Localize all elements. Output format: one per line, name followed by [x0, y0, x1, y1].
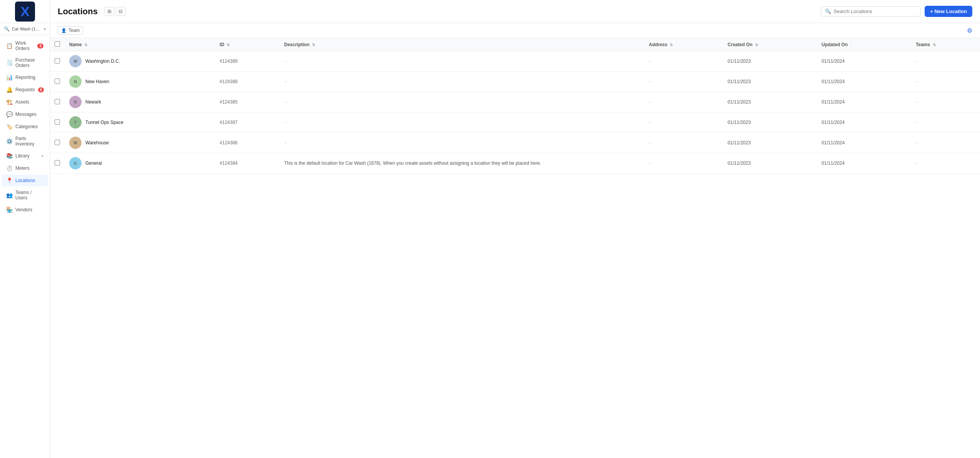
row-address-cell: –: [644, 72, 723, 92]
badge-work-orders: 3: [37, 43, 43, 48]
row-id-cell: #124384: [215, 153, 280, 174]
col-updated-on[interactable]: Updated On ↓: [817, 38, 911, 51]
row-id-cell: #124388: [215, 72, 280, 92]
location-name[interactable]: Tunnel Ops Space: [85, 120, 123, 125]
col-address[interactable]: Address ⇅: [644, 38, 723, 51]
sidebar-item-categories[interactable]: 🏷️ Categories: [2, 121, 48, 132]
row-created-on-cell: 01/11/2023: [723, 153, 817, 174]
sidebar-item-work-orders[interactable]: 📋 Work Orders 3: [2, 38, 48, 54]
table-row: W Washington D.C. #124389 – – 01/11/2023…: [50, 51, 980, 72]
location-name[interactable]: General: [85, 160, 102, 166]
col-id[interactable]: ID ⇅: [215, 38, 280, 51]
row-id-cell: #124385: [215, 92, 280, 112]
sidebar-item-library[interactable]: 📚 Library ▾: [2, 150, 48, 162]
row-name-cell: W Warehouse: [65, 133, 215, 153]
row-address-cell: –: [644, 92, 723, 112]
sidebar-item-label: Purchase Orders: [15, 57, 43, 68]
nav-icon-reporting: 📊: [6, 74, 12, 80]
nav-icon-purchase-orders: 🗒️: [6, 60, 12, 66]
row-address-cell: –: [644, 112, 723, 133]
row-description-cell: –: [280, 51, 644, 72]
team-filter-label: Team: [68, 28, 80, 33]
row-checkbox-cell: [50, 51, 65, 72]
nav-icon-locations: 📍: [6, 177, 12, 184]
nav-icon-requests: 🔔: [6, 87, 12, 93]
svg-text:X: X: [20, 4, 29, 19]
row-select-checkbox[interactable]: [55, 160, 60, 165]
row-select-checkbox[interactable]: [55, 58, 60, 64]
location-name[interactable]: Newark: [85, 99, 101, 105]
row-select-checkbox[interactable]: [55, 140, 60, 145]
sidebar-item-label: Meters: [15, 165, 43, 171]
location-name[interactable]: New Haven: [85, 79, 109, 84]
org-selector[interactable]: 🔍 Car Wash (1878) ▾: [0, 23, 50, 35]
sidebar-item-vendors[interactable]: 🏪 Vendors: [2, 204, 48, 216]
row-description-cell: –: [280, 92, 644, 112]
sort-icon-address: ⇅: [670, 43, 673, 47]
nav-icon-teams-users: 👥: [6, 192, 12, 198]
locations-table: Name ⇅ ID ⇅ Description ⇅ Address ⇅ Crea…: [50, 38, 980, 174]
team-filter-tag[interactable]: 👤 Team: [58, 26, 83, 35]
row-checkbox-cell: [50, 92, 65, 112]
table-row: W Warehouse #124386 – – 01/11/2023 01/11…: [50, 133, 980, 153]
new-location-button[interactable]: + New Location: [925, 6, 972, 17]
col-created-on[interactable]: Created On ⇅: [723, 38, 817, 51]
app-logo: X: [0, 0, 50, 23]
sidebar-item-meters[interactable]: ⏱️ Meters: [2, 162, 48, 174]
sidebar-item-label: Messages: [15, 112, 43, 117]
table-row: N New Haven #124388 – – 01/11/2023 01/11…: [50, 72, 980, 92]
chevron-down-icon: ▾: [44, 27, 46, 31]
location-name[interactable]: Washington D.C.: [85, 59, 120, 64]
row-name-cell: T Tunnel Ops Space: [65, 112, 215, 133]
search-icon: 🔍: [4, 26, 10, 32]
view-toggle: ⊞ ⊟: [105, 7, 125, 16]
list-view-button[interactable]: ⊞: [105, 7, 114, 16]
row-updated-on-cell: 01/11/2024: [817, 153, 911, 174]
row-description: –: [284, 140, 287, 145]
row-name-cell: N New Haven: [65, 72, 215, 92]
sort-icon-name: ⇅: [84, 43, 87, 47]
sidebar-item-teams-users[interactable]: 👥 Teams / Users: [2, 187, 48, 203]
row-description: –: [284, 59, 287, 64]
row-teams-cell: –: [911, 72, 980, 92]
nav-icon-messages: 💬: [6, 111, 12, 117]
location-avatar: T: [69, 116, 82, 129]
col-name[interactable]: Name ⇅: [65, 38, 215, 51]
row-description: –: [284, 99, 287, 105]
row-address-cell: –: [644, 153, 723, 174]
row-name-cell: N Newark: [65, 92, 215, 112]
row-select-checkbox[interactable]: [55, 99, 60, 104]
sidebar-item-reporting[interactable]: 📊 Reporting: [2, 72, 48, 83]
sidebar-item-parts-inventory[interactable]: ⚙️ Parts Inventory: [2, 133, 48, 149]
table-settings-icon[interactable]: ⚙: [967, 27, 972, 34]
sidebar-item-label: Locations: [15, 178, 43, 183]
header-left: Locations ⊞ ⊟: [58, 7, 125, 17]
search-input[interactable]: [833, 8, 917, 14]
row-description-cell: –: [280, 133, 644, 153]
grid-view-button[interactable]: ⊟: [116, 7, 125, 16]
col-teams[interactable]: Teams ⇅: [911, 38, 980, 51]
sidebar-item-purchase-orders[interactable]: 🗒️ Purchase Orders: [2, 55, 48, 71]
col-description[interactable]: Description ⇅: [280, 38, 644, 51]
nav-icon-vendors: 🏪: [6, 207, 12, 213]
sidebar-item-label: Requests: [15, 87, 35, 92]
table-row: T Tunnel Ops Space #124387 – – 01/11/202…: [50, 112, 980, 133]
select-all-checkbox[interactable]: [55, 41, 60, 47]
sidebar: X 🔍 Car Wash (1878) ▾ 📋 Work Orders 3 🗒️…: [0, 0, 50, 458]
sort-icon-created-on: ⇅: [755, 43, 758, 47]
sidebar-item-locations[interactable]: 📍 Locations: [2, 175, 48, 186]
row-select-checkbox[interactable]: [55, 119, 60, 125]
row-checkbox-cell: [50, 72, 65, 92]
nav-icon-library: 📚: [6, 153, 12, 159]
sidebar-item-label: Assets: [15, 99, 43, 105]
sidebar-item-messages[interactable]: 💬 Messages: [2, 109, 48, 120]
sidebar-item-requests[interactable]: 🔔 Requests 6: [2, 84, 48, 95]
location-avatar: G: [69, 157, 82, 169]
row-updated-on-cell: 01/11/2024: [817, 133, 911, 153]
sidebar-item-assets[interactable]: 🏗️ Assets: [2, 96, 48, 108]
sort-icon-id: ⇅: [227, 43, 230, 47]
location-name[interactable]: Warehouse: [85, 140, 109, 145]
row-teams-cell: –: [911, 51, 980, 72]
sidebar-item-label: Reporting: [15, 75, 43, 80]
row-select-checkbox[interactable]: [55, 79, 60, 84]
